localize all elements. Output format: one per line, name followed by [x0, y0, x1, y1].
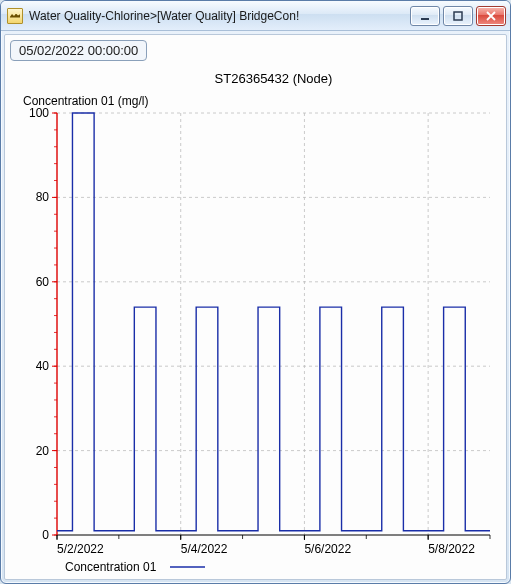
close-button[interactable]: [476, 6, 506, 26]
svg-rect-0: [421, 18, 429, 20]
y-tick-label: 40: [36, 359, 50, 373]
y-tick-label: 60: [36, 275, 50, 289]
minimize-button[interactable]: [410, 6, 440, 26]
maximize-icon: [453, 11, 463, 21]
x-tick-label: 5/6/2022: [304, 542, 351, 556]
x-tick-label: 5/2/2022: [57, 542, 104, 556]
chart-title: ST26365432 (Node): [215, 71, 333, 86]
maximize-button[interactable]: [443, 6, 473, 26]
app-window: Water Quality-Chlorine>[Water Quality] B…: [0, 0, 511, 584]
legend-label: Concentration 01: [65, 560, 157, 574]
chart: ST26365432 (Node)Concentration 01 (mg/l)…: [5, 35, 507, 580]
y-tick-label: 20: [36, 444, 50, 458]
app-icon: [7, 8, 23, 24]
titlebar[interactable]: Water Quality-Chlorine>[Water Quality] B…: [1, 1, 510, 31]
x-tick-label: 5/4/2022: [181, 542, 228, 556]
y-tick-label: 100: [29, 106, 49, 120]
y-tick-label: 0: [42, 528, 49, 542]
window-controls: [410, 6, 506, 26]
client-area: 05/02/2022 00:00:00 ST26365432 (Node)Con…: [4, 34, 507, 580]
x-tick-label: 5/8/2022: [428, 542, 475, 556]
minimize-icon: [420, 11, 430, 21]
y-tick-label: 80: [36, 190, 50, 204]
series-line: [57, 113, 490, 531]
window-title: Water Quality-Chlorine>[Water Quality] B…: [29, 9, 404, 23]
svg-rect-1: [454, 12, 462, 20]
close-icon: [486, 11, 496, 21]
